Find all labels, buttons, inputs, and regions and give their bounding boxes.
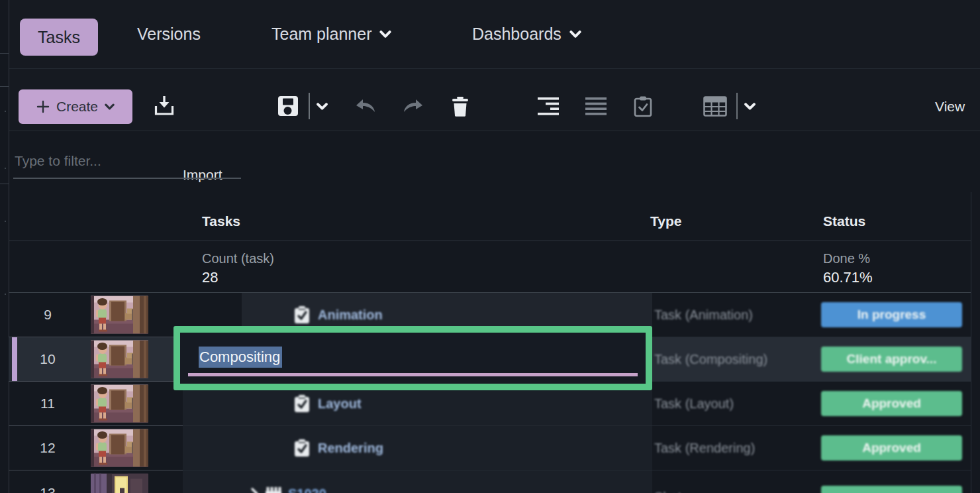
top-navigation: Tasks Versions Team planner Dashboards [9,0,980,69]
task-name-cell[interactable]: Rendering [293,426,383,470]
type-cell: Task (Compositing) [654,337,767,381]
delete-button[interactable] [452,96,469,117]
row-number: 9 [9,293,87,337]
task-icon [293,439,311,458]
status-badge[interactable]: Approved [821,391,962,416]
cell-edit-input[interactable]: Compositing [199,348,282,365]
chevron-down-icon [105,103,115,110]
task-name[interactable]: Layout [318,396,362,411]
shot-name[interactable]: S1020 [288,486,326,493]
clipboard-check-icon [633,95,653,117]
column-header-status[interactable]: Status [823,213,865,229]
type-cell: Task (Animation) [654,293,753,337]
row-number: 11 [9,382,87,425]
status-badge[interactable] [821,486,962,493]
type-cell: Task (Rendering) [654,426,755,470]
tab-tasks[interactable]: Tasks [20,19,98,56]
shot-thumbnail[interactable] [91,474,148,493]
selected-text: Compositing [199,346,282,367]
type-cell: Task (Layout) [654,382,734,425]
lines-icon [585,97,607,115]
tab-team-planner[interactable]: Team planner [271,0,391,68]
task-name[interactable]: Animation [318,307,383,323]
create-button-label: Create [56,99,98,115]
table-row[interactable]: 12 Rendering Task (Rendering) Approved [0,426,980,470]
shot-thumbnail[interactable] [91,296,148,334]
row-number: 13 [9,470,87,493]
divider [309,93,310,119]
shot-thumbnail[interactable] [91,385,148,423]
task-icon [293,394,311,413]
tab-versions-label: Versions [137,25,201,44]
grid-view-button[interactable] [703,96,727,117]
tab-dashboards[interactable]: Dashboards [472,0,581,68]
import-icon [154,95,175,117]
tab-team-planner-label: Team planner [271,25,371,44]
summary-count-label: Count (task) [202,251,274,266]
chevron-right-icon[interactable] [250,488,259,493]
save-button[interactable] [277,95,299,117]
tab-versions[interactable]: Versions [137,0,201,68]
plus-icon [36,100,50,113]
table-grid-icon [703,96,727,117]
summary-count-value: 28 [202,269,218,286]
grid-options-button[interactable] [744,103,756,110]
view-menu[interactable]: View [935,99,965,115]
save-options-button[interactable] [317,103,328,110]
divider [736,93,738,119]
shot-name-cell[interactable]: S1020 [250,481,326,493]
undo-button[interactable] [354,97,377,115]
undo-icon [354,97,377,115]
chevron-down-icon [744,103,756,110]
selected-row-indicator [12,337,17,381]
status-badge[interactable]: Client approv... [821,347,962,372]
status-badge[interactable]: In progress [821,302,962,327]
row-number: 12 [9,426,87,470]
type-cell: Shot [654,484,681,493]
chevron-down-icon [379,30,391,38]
column-header-type[interactable]: Type [650,213,681,229]
summary-done-label: Done % [823,251,870,266]
toolbar: Create Import [9,69,980,131]
shot-thumbnail[interactable] [91,429,148,467]
task-name[interactable]: Rendering [318,441,383,456]
tab-dashboards-label: Dashboards [472,25,562,44]
summary-done-value: 60.71% [823,269,873,286]
redo-icon [401,97,425,115]
edit-highlight-box: Compositing [173,326,652,390]
save-icon [277,95,299,117]
task-icon [293,305,311,325]
chevron-down-icon [317,103,328,110]
shot-thumbnail[interactable] [91,341,148,378]
tab-tasks-label: Tasks [38,28,80,47]
flat-list-button[interactable] [585,97,607,115]
status-badge[interactable]: Approved [821,435,962,461]
align-right-lines-icon [538,97,559,115]
chevron-down-icon [569,30,581,38]
shot-film-icon [265,487,282,493]
app-window: Tasks Versions Team planner Dashboards C… [0,0,980,493]
edit-field-underline [188,373,638,376]
import-button[interactable] [154,95,175,117]
filter-input[interactable] [13,144,241,179]
redo-button[interactable] [401,97,425,115]
table-row[interactable]: 13 S1020 Shot [0,470,980,493]
group-rows-button[interactable] [538,97,559,115]
row-number: 10 [9,337,87,381]
create-button[interactable]: Create [19,89,132,124]
task-view-button[interactable] [633,95,653,117]
trash-icon [452,96,469,117]
column-header-tasks[interactable]: Tasks [202,213,240,229]
